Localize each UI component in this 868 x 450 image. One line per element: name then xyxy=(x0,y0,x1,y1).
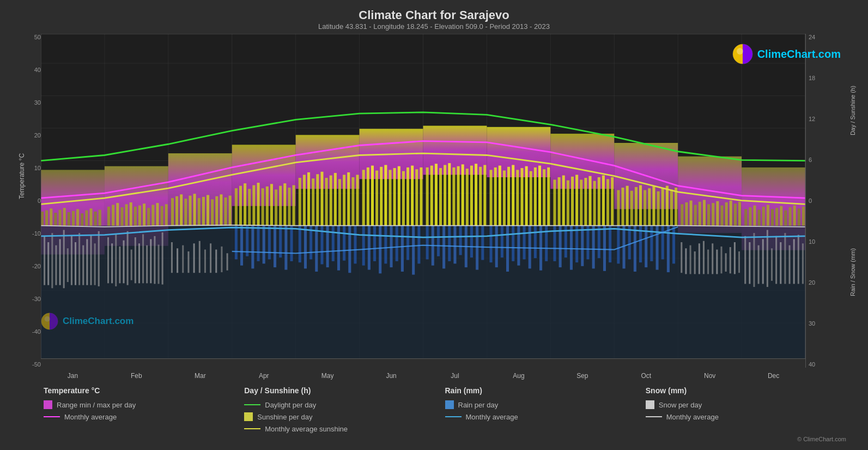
y-tick-right-0: 0 xyxy=(809,197,857,204)
svg-rect-37 xyxy=(44,236,45,285)
y-tick-0: 0 xyxy=(11,197,41,204)
svg-rect-82 xyxy=(699,243,700,274)
svg-rect-184 xyxy=(45,211,48,226)
svg-rect-64 xyxy=(154,236,155,284)
legend-sunshine-title: Day / Sunshine (h) xyxy=(244,386,445,395)
svg-rect-273 xyxy=(452,167,455,226)
svg-rect-212 xyxy=(175,196,178,226)
x-month-jun: Jun xyxy=(360,372,423,380)
svg-rect-333 xyxy=(725,202,728,226)
svg-rect-225 xyxy=(235,188,238,226)
legend-daylight: Daylight per day xyxy=(244,400,445,409)
y-tick-neg50: -50 xyxy=(11,361,41,368)
svg-rect-340 xyxy=(758,209,761,225)
svg-rect-228 xyxy=(248,189,251,225)
svg-rect-270 xyxy=(439,168,442,226)
svg-rect-110 xyxy=(257,226,260,261)
svg-rect-147 xyxy=(470,226,473,257)
svg-rect-100 xyxy=(780,242,781,284)
svg-rect-92 xyxy=(744,236,746,284)
x-month-apr: Apr xyxy=(232,372,296,380)
logo-icon-top xyxy=(732,44,753,64)
svg-rect-260 xyxy=(393,168,396,226)
legend-sunshine-day-icon xyxy=(244,412,253,421)
svg-rect-38 xyxy=(47,242,49,285)
svg-rect-324 xyxy=(685,202,688,226)
svg-rect-330 xyxy=(712,203,714,226)
svg-rect-126 xyxy=(348,226,351,273)
svg-rect-302 xyxy=(584,178,587,226)
svg-rect-102 xyxy=(789,245,791,284)
svg-rect-128 xyxy=(362,226,365,266)
svg-rect-336 xyxy=(738,202,741,226)
svg-rect-88 xyxy=(725,253,727,272)
y-tick-neg30: -30 xyxy=(11,296,41,302)
svg-rect-76 xyxy=(221,247,222,272)
svg-rect-337 xyxy=(744,209,747,225)
chart-svg xyxy=(41,34,805,371)
svg-rect-346 xyxy=(784,211,787,226)
legend-snow: Snow (mm) Snow per day Monthly average xyxy=(646,386,846,433)
y-tick-neg20: -20 xyxy=(11,263,41,269)
svg-rect-266 xyxy=(420,167,422,226)
svg-rect-69 xyxy=(182,245,184,273)
svg-rect-299 xyxy=(571,177,574,226)
svg-rect-249 xyxy=(343,175,345,225)
svg-rect-103 xyxy=(793,239,795,284)
svg-rect-222 xyxy=(220,194,222,225)
svg-rect-303 xyxy=(588,176,591,226)
svg-rect-148 xyxy=(476,226,478,270)
svg-rect-312 xyxy=(630,191,633,226)
svg-rect-55 xyxy=(119,247,120,283)
svg-rect-130 xyxy=(373,226,376,261)
svg-rect-73 xyxy=(204,250,206,273)
svg-rect-142 xyxy=(442,226,445,269)
y-tick-30: 30 xyxy=(11,99,41,106)
x-month-aug: Aug xyxy=(487,372,550,380)
svg-rect-257 xyxy=(380,167,383,226)
svg-rect-301 xyxy=(580,179,582,225)
legend-rain-avg-label: Monthly average xyxy=(466,413,518,421)
svg-rect-164 xyxy=(570,226,573,270)
svg-rect-197 xyxy=(107,207,110,226)
svg-rect-255 xyxy=(371,166,374,226)
svg-rect-78 xyxy=(681,242,682,273)
legend-daylight-label: Daylight per day xyxy=(265,401,316,409)
svg-rect-153 xyxy=(506,226,509,272)
svg-rect-227 xyxy=(244,183,246,226)
svg-rect-180 xyxy=(661,226,664,260)
legend-snow-day: Snow per day xyxy=(646,400,846,409)
svg-rect-262 xyxy=(402,171,405,226)
svg-rect-248 xyxy=(338,179,341,225)
svg-rect-323 xyxy=(681,204,683,225)
svg-rect-279 xyxy=(479,167,482,226)
y-axis-right-day-label: Day / Sunshine (h) xyxy=(849,86,856,135)
svg-rect-109 xyxy=(251,226,254,269)
svg-rect-54 xyxy=(115,234,117,286)
svg-rect-251 xyxy=(351,177,354,226)
svg-rect-216 xyxy=(193,194,196,225)
svg-rect-274 xyxy=(457,166,460,226)
svg-rect-209 xyxy=(161,206,163,226)
svg-rect-46 xyxy=(78,233,80,285)
legend-rain-day-label: Rain per day xyxy=(458,401,499,409)
svg-point-355 xyxy=(45,316,50,322)
svg-rect-192 xyxy=(81,213,83,225)
y-tick-50: 50 xyxy=(11,34,41,40)
svg-rect-214 xyxy=(184,199,187,225)
svg-rect-294 xyxy=(547,167,550,226)
svg-rect-247 xyxy=(334,173,337,226)
svg-rect-205 xyxy=(143,203,145,225)
svg-rect-65 xyxy=(158,245,160,284)
svg-rect-53 xyxy=(111,243,113,283)
svg-rect-189 xyxy=(68,212,70,226)
svg-rect-268 xyxy=(430,166,433,226)
svg-rect-327 xyxy=(699,202,701,226)
svg-rect-195 xyxy=(94,212,97,226)
svg-rect-218 xyxy=(202,197,205,226)
svg-rect-203 xyxy=(134,207,137,226)
svg-rect-143 xyxy=(448,226,451,261)
svg-rect-289 xyxy=(525,166,528,226)
svg-rect-133 xyxy=(390,226,393,267)
svg-rect-94 xyxy=(753,233,755,287)
